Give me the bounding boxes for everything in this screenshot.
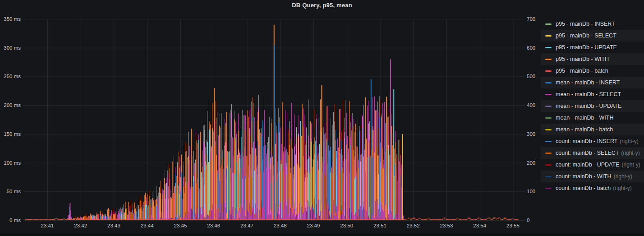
legend-swatch (545, 106, 552, 107)
legend-label: count: mainDb - SELECT (556, 150, 619, 156)
x-tick-label: 23:47 (240, 223, 253, 228)
legend-item-1[interactable]: p95 - mainDb - INSERT (541, 18, 644, 30)
legend-item-8[interactable]: mean - mainDb - UPDATE (541, 100, 644, 112)
legend-label: count: mainDb - INSERT (556, 138, 617, 144)
legend-swatch (545, 35, 552, 37)
x-tick-label: 23:50 (340, 223, 353, 228)
legend-swatch (545, 59, 552, 60)
legend-right-axis-tag: (right-y) (621, 150, 639, 156)
legend-right-axis-tag: (right-y) (614, 173, 632, 180)
legend-label: p95 - mainDb - batch (556, 68, 608, 74)
y-right-tick-label: 600 (527, 45, 535, 51)
legend-label: p95 - mainDb - INSERT (556, 21, 615, 27)
legend-item-2[interactable]: p95 - mainDb - SELECT (541, 30, 644, 42)
y-left-tick-label: 100 ms (4, 160, 21, 166)
legend-label: p95 - mainDb - WITH (556, 56, 609, 62)
legend-label: mean - mainDb - UPDATE (556, 103, 621, 109)
y-left-tick-label: 200 ms (4, 102, 21, 108)
y-left-tick-label: 350 ms (4, 16, 21, 22)
next-panel-edge (0, 234, 644, 236)
y-left-tick-label: 300 ms (4, 45, 21, 51)
y-right-tick-label: 100 (527, 189, 535, 194)
legend-item-13[interactable]: count: mainDb - UPDATE(right-y) (541, 159, 644, 171)
x-tick-label: 23:55 (506, 223, 520, 228)
legend-swatch (545, 117, 552, 119)
legend-swatch (545, 47, 552, 48)
legend: p95 - mainDb - INSERTp95 - mainDb - SELE… (541, 18, 644, 194)
legend-label: mean - mainDb - batch (556, 126, 613, 133)
x-tick-label: 23:52 (407, 223, 420, 228)
legend-swatch (545, 70, 552, 72)
legend-item-5[interactable]: p95 - mainDb - batch (541, 65, 644, 77)
legend-label: mean - mainDb - INSERT (556, 79, 620, 86)
x-tick-label: 23:44 (141, 223, 154, 228)
legend-item-10[interactable]: mean - mainDb - batch (541, 124, 644, 135)
legend-swatch (545, 129, 552, 130)
y-right-tick-label: 500 (527, 74, 535, 79)
legend-item-14[interactable]: count: mainDb - WITH(right-y) (541, 171, 644, 182)
legend-right-axis-tag: (right-y) (613, 185, 631, 191)
legend-label: p95 - mainDb - SELECT (556, 32, 616, 39)
legend-item-7[interactable]: mean - mainDb - SELECT (541, 88, 644, 100)
x-tick-label: 23:42 (74, 223, 87, 228)
legend-item-3[interactable]: p95 - mainDb - UPDATE (541, 42, 644, 53)
x-tick-label: 23:51 (373, 223, 386, 228)
legend-swatch (545, 141, 552, 142)
legend-swatch (545, 176, 552, 177)
legend-item-6[interactable]: mean - mainDb - INSERT (541, 77, 644, 88)
legend-label: mean - mainDb - SELECT (556, 91, 621, 97)
x-tick-label: 23:43 (107, 223, 120, 228)
legend-label: mean - mainDb - WITH (556, 115, 614, 121)
x-tick-label: 23:53 (440, 223, 453, 228)
y-left-tick-label: 50 ms (7, 189, 21, 194)
legend-swatch (545, 164, 552, 166)
y-left-tick-label: 250 ms (4, 74, 21, 79)
legend-item-4[interactable]: p95 - mainDb - WITH (541, 53, 644, 65)
legend-label: count: mainDb - batch (556, 185, 611, 191)
x-tick-label: 23:54 (473, 223, 486, 228)
legend-right-axis-tag: (right-y) (620, 138, 638, 144)
legend-swatch (545, 94, 552, 95)
legend-label: count: mainDb - WITH (556, 173, 612, 180)
y-right-tick-label: 0 (527, 217, 529, 223)
y-right-tick-label: 400 (527, 102, 535, 108)
x-tick-label: 23:41 (41, 223, 54, 228)
legend-right-axis-tag: (right-y) (621, 162, 640, 168)
legend-item-11[interactable]: count: mainDb - INSERT(right-y) (541, 135, 644, 147)
x-tick-label: 23:46 (207, 223, 220, 228)
legend-label: count: mainDb - UPDATE (556, 162, 619, 168)
legend-swatch (545, 82, 552, 83)
legend-label: p95 - mainDb - UPDATE (556, 44, 617, 51)
legend-item-12[interactable]: count: mainDb - SELECT(right-y) (541, 147, 644, 159)
y-right-tick-label: 300 (527, 131, 535, 137)
y-left-tick-label: 0 ms (9, 217, 21, 223)
legend-swatch (545, 188, 552, 189)
x-tick-label: 23:49 (307, 223, 320, 228)
legend-swatch (545, 23, 552, 25)
y-left-tick-label: 150 ms (4, 131, 21, 137)
legend-item-9[interactable]: mean - mainDb - WITH (541, 112, 644, 124)
legend-swatch (545, 153, 552, 154)
y-right-tick-label: 700 (527, 16, 535, 22)
grafana-panel: DB Query, p95, mean 0 ms50 ms100 ms150 m… (0, 0, 644, 234)
x-tick-label: 23:48 (274, 223, 287, 228)
legend-item-15[interactable]: count: mainDb - batch(right-y) (541, 182, 644, 194)
x-tick-label: 23:45 (174, 223, 187, 228)
y-right-tick-label: 200 (527, 160, 535, 166)
